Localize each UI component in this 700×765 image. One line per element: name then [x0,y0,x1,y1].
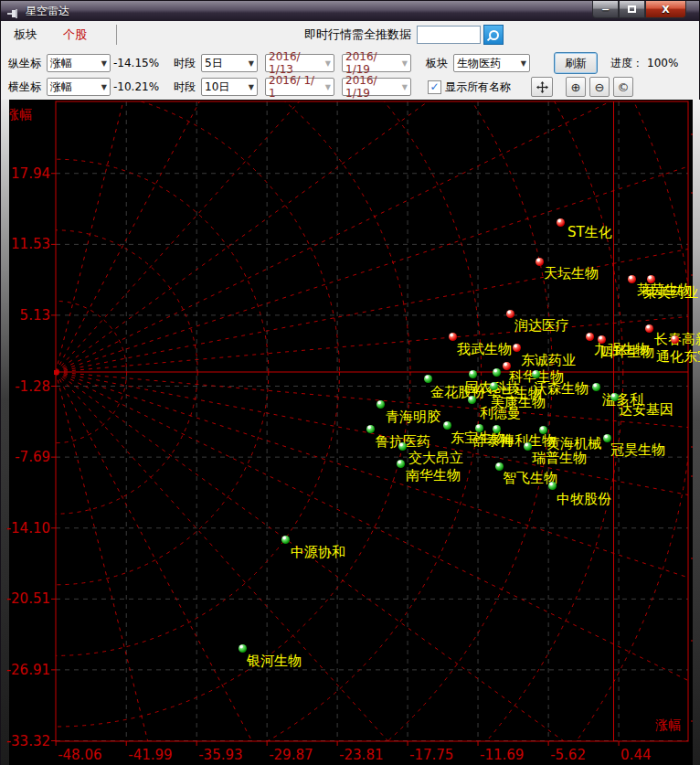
control-bar: 纵坐标 涨幅▼ -14.15% 时段 5日▼ 2016/ 1/13▼ 2016/… [1,48,699,101]
x-tick-label: -48.06 [58,747,101,763]
x-axis-caption: 涨幅 [655,717,681,734]
move-icon [536,81,548,93]
date-to-1[interactable]: 2016/ 1/19▼ [342,54,411,72]
y-axis-caption: 涨幅 [6,107,32,123]
chevron-down-icon: ▼ [249,83,254,91]
x-tick-label: -29.87 [269,747,313,763]
sector-label: 板块 [426,56,448,71]
date-from-2[interactable]: 2016/ 1/ 1▼ [265,78,334,96]
window-title: 星空雷达 [26,4,69,19]
period-label-2: 时段 [174,80,196,95]
chevron-down-icon: ▼ [249,59,254,68]
stock-dot[interactable] [424,375,432,383]
stock-label[interactable]: 四环生物 [599,345,654,360]
chevron-down-icon: ▼ [101,59,107,68]
stock-dot[interactable] [239,644,247,653]
maximize-button[interactable] [619,1,645,18]
stock-label[interactable]: 青海明胶 [386,409,440,425]
stock-label[interactable]: 交大昂立 [408,451,463,466]
stock-dot[interactable] [469,370,477,378]
stock-label[interactable]: 莱美药业 [643,285,698,301]
stock-dot[interactable] [524,442,532,451]
pin-icon [6,5,21,16]
x-tick-label: -35.93 [198,747,242,763]
x-tick-label: -5.62 [550,747,586,763]
radar-chart-area[interactable]: 涨幅 涨幅 17.9411.535.13-1.28-7.69-14.10-20.… [1,100,700,765]
stock-dot[interactable] [475,424,483,432]
stock-dot[interactable] [647,275,655,283]
tab-stocks[interactable]: 个股 [50,23,100,47]
pan-button[interactable] [531,77,553,97]
stock-label[interactable]: 美康生物 [491,395,546,410]
y-tick-label: -1.28 [3,378,50,395]
show-names-checkbox[interactable]: ✓ [428,80,441,94]
progress-label: 进度： [610,56,643,71]
stock-label[interactable]: 达安基因 [619,402,673,418]
stock-label[interactable]: 金花股份 [430,385,485,400]
x-tick-label: -23.81 [339,747,383,763]
realtime-hint: 即时行情需全推数据 [304,27,411,43]
x-tick-label: -41.99 [128,747,172,763]
right-scrollbar-strip[interactable] [693,100,700,765]
x-tick-label: -11.69 [480,747,524,763]
y-tick-label: -33.32 [3,733,50,749]
zoom-out-button[interactable]: ⊖ [589,77,610,97]
stock-label[interactable]: ST生化 [567,225,612,240]
sector-select[interactable]: 生物医药▼ [453,54,530,72]
stock-dot[interactable] [532,370,540,378]
progress-value: 100% [647,57,678,69]
stock-dot[interactable] [557,218,565,227]
stock-label[interactable]: 天坛生物 [544,266,599,282]
zoom-in-button[interactable]: ⊕ [566,77,586,97]
stock-dot[interactable] [398,442,407,451]
radar-chart-canvas [1,100,700,765]
date-from-1[interactable]: 2016/ 1/13▼ [265,54,334,72]
tab-sectors[interactable]: 板块 [1,23,50,47]
horizontal-axis-select[interactable]: 涨幅▼ [47,78,111,96]
minimize-button[interactable]: − [592,1,619,18]
period-select-1[interactable]: 5日▼ [201,54,258,72]
vertical-axis-select[interactable]: 涨幅▼ [47,54,111,72]
search-icon [489,30,499,40]
vertical-axis-readout: -14.15% [113,57,166,69]
stock-label[interactable]: 冠昊生物 [610,442,665,458]
tab-bar: 板块 个股 即时行情需全推数据 [1,21,699,49]
stock-dot[interactable] [628,275,636,283]
center-button[interactable]: © [613,77,633,97]
x-tick-label: 0.44 [620,747,651,763]
close-button[interactable]: X [645,1,686,18]
y-tick-label: 11.53 [3,236,50,252]
stock-dot[interactable] [610,393,619,401]
stock-label[interactable]: 南华生物 [406,468,461,483]
date-to-2[interactable]: 2016/ 1/19▼ [342,78,411,96]
stock-dot[interactable] [397,460,405,468]
stock-label[interactable]: 我武生物 [457,342,512,357]
refresh-button[interactable]: 刷新 [554,52,598,74]
chevron-down-icon: ▼ [521,59,526,68]
x-tick-label: -17.75 [409,747,453,763]
stock-label[interactable]: 中源协和 [291,545,345,560]
period-label-1: 时段 [174,56,196,71]
stock-label[interactable]: 瑞普生物 [532,451,587,466]
stock-label[interactable]: 润达医疗 [514,318,569,334]
chevron-down-icon: ▼ [402,59,408,68]
chevron-down-icon: ▼ [402,83,408,91]
vertical-axis-label: 纵坐标 [8,56,41,71]
y-tick-label: -26.91 [3,662,50,678]
y-tick-label: 17.94 [3,165,50,182]
stock-dot[interactable] [671,335,679,344]
stock-dot[interactable] [468,396,476,404]
chevron-down-icon: ▼ [325,59,331,68]
chevron-down-icon: ▼ [101,83,107,91]
stock-label[interactable]: 通化东宝 [656,349,700,365]
stock-label[interactable]: 银河生物 [247,653,302,669]
stock-dot[interactable] [598,335,606,344]
title-bar[interactable]: 星空雷达 − X [1,1,699,21]
tab-divider [116,25,117,45]
search-input[interactable] [417,26,481,44]
stock-label[interactable]: 东诚药业 [521,353,576,368]
search-button[interactable] [483,25,504,45]
stock-dot[interactable] [539,426,547,434]
stock-label[interactable]: 中牧股份 [557,492,611,507]
period-select-2[interactable]: 10日▼ [201,78,258,96]
